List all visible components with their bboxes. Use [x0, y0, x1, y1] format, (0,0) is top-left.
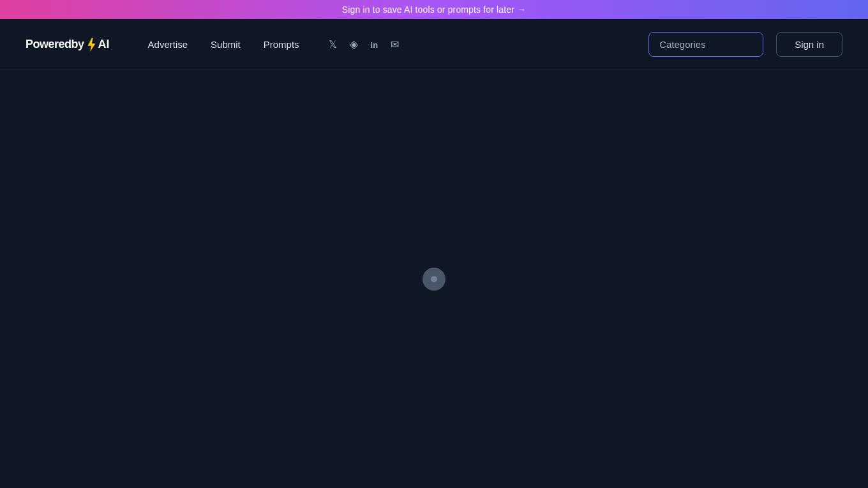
nav-links: Advertise Submit Prompts [148, 38, 649, 51]
banner-text: Sign in to save AI tools or prompts for … [342, 4, 526, 15]
top-banner[interactable]: Sign in to save AI tools or prompts for … [0, 0, 868, 19]
social-icons [329, 38, 400, 51]
loading-spinner [423, 268, 445, 291]
spinner-inner [431, 276, 437, 282]
linkedin-icon[interactable] [371, 38, 378, 51]
bolt-icon [86, 38, 96, 52]
nav-submit[interactable]: Submit [211, 39, 241, 50]
logo[interactable]: Poweredby AI [26, 38, 110, 52]
main-content [0, 70, 868, 488]
nav-prompts[interactable]: Prompts [264, 39, 299, 50]
discord-icon[interactable] [350, 38, 358, 51]
logo-ai: AI [98, 38, 110, 51]
twitter-icon[interactable] [329, 38, 337, 51]
categories-input[interactable] [648, 32, 763, 57]
logo-text: Poweredby AI [26, 38, 110, 52]
logo-powered: Poweredby [26, 38, 84, 51]
sign-in-button[interactable]: Sign in [776, 32, 842, 57]
mail-icon[interactable] [391, 38, 399, 51]
categories-wrapper [648, 32, 763, 57]
nav-advertise[interactable]: Advertise [148, 39, 188, 50]
navbar: Poweredby AI Advertise Submit Prompts Si… [0, 19, 868, 70]
